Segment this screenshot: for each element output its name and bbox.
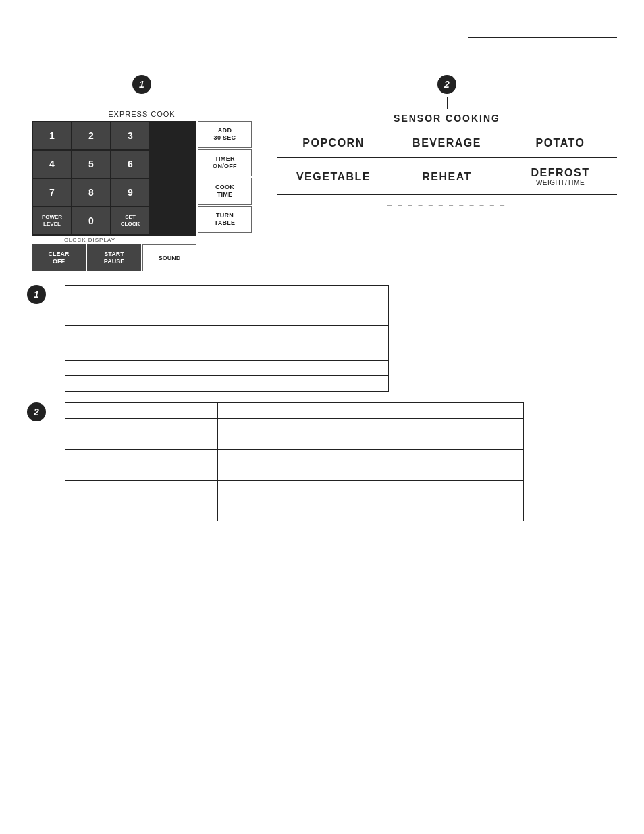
- table2-cell: [65, 481, 218, 496]
- table-row: [65, 326, 389, 361]
- badge-2: 2: [437, 75, 456, 94]
- table2-cell: [218, 450, 371, 465]
- express-cook-badge-area: 1: [27, 75, 257, 109]
- table2-cell: [218, 496, 371, 521]
- table2: [65, 402, 524, 521]
- table1-cell: [65, 361, 227, 376]
- popcorn-label: POPCORN: [302, 136, 364, 149]
- sensor-beverage[interactable]: BEVERAGE: [390, 128, 504, 158]
- clock-display-label: CLOCK DISPLAY: [32, 237, 148, 243]
- express-cook-label: EXPRESS COOK: [27, 110, 257, 118]
- table-row: [65, 301, 389, 326]
- defrost-label: DEFROST: [531, 166, 590, 179]
- table2-cell: [65, 419, 218, 434]
- table-row: [65, 376, 389, 392]
- table2-cell: [218, 403, 371, 419]
- sensor-vegetable[interactable]: VEGETABLE: [277, 158, 390, 195]
- key-timer-onoff[interactable]: TIMERON/OFF: [198, 149, 252, 176]
- badge-1: 1: [132, 75, 151, 94]
- table2-cell: [371, 465, 523, 481]
- vegetable-label: VEGETABLE: [296, 170, 371, 183]
- table1-cell: [65, 286, 227, 301]
- sensor-popcorn[interactable]: POPCORN: [277, 128, 390, 158]
- key-power-level[interactable]: POWERLEVEL: [33, 207, 71, 234]
- sensor-cooking-title: SENSOR COOKING: [277, 113, 617, 124]
- key-6[interactable]: 6: [111, 151, 149, 178]
- table-row: [65, 481, 524, 496]
- key-4[interactable]: 4: [33, 151, 71, 178]
- key-set-clock[interactable]: SETCLOCK: [111, 207, 149, 234]
- table1-badge: 1: [27, 285, 46, 304]
- key-add-30sec[interactable]: ADD30 SEC: [198, 121, 252, 148]
- bottom-keys-row: CLEAROFF STARTPAUSE SOUND: [32, 244, 196, 271]
- sensor-badge-arrow: [447, 97, 448, 109]
- sensor-potato[interactable]: POTATO: [504, 128, 617, 158]
- key-start-pause[interactable]: STARTPAUSE: [87, 244, 141, 271]
- top-right-line: [468, 37, 617, 38]
- key-9[interactable]: 9: [111, 179, 149, 206]
- table2-cell: [371, 496, 523, 521]
- table1-wrapper: [46, 285, 617, 392]
- table2-cell: [218, 434, 371, 450]
- key-5[interactable]: 5: [72, 151, 110, 178]
- table2-wrapper: [46, 402, 617, 521]
- table2-cell: [65, 434, 218, 450]
- beverage-label: BEVERAGE: [412, 136, 481, 149]
- key-cook-time[interactable]: COOKTIME: [198, 178, 252, 205]
- sensor-reheat[interactable]: REHEAT: [390, 158, 504, 195]
- key-2[interactable]: 2: [72, 122, 110, 149]
- keypad-section: 1 2 3 4 5 6 7 8 9 POWERLEVEL: [27, 121, 257, 271]
- page: 1 EXPRESS COOK 1 2 3 4: [0, 0, 644, 834]
- table1-cell: [65, 301, 227, 326]
- top-line: [27, 61, 617, 61]
- table2-cell: [65, 450, 218, 465]
- main-top: 1 EXPRESS COOK 1 2 3 4: [27, 68, 617, 271]
- key-0[interactable]: 0: [72, 207, 110, 234]
- sensor-grid: POPCORN BEVERAGE POTATO VEGETABLE REHEAT…: [277, 128, 617, 195]
- table2-cell: [371, 450, 523, 465]
- table2-cell: [65, 496, 218, 521]
- potato-label: POTATO: [536, 136, 585, 149]
- key-1[interactable]: 1: [33, 122, 71, 149]
- table1: [65, 285, 389, 392]
- table-row: [65, 450, 524, 465]
- sensor-defrost[interactable]: DEFROST WEIGHT/TIME: [504, 158, 617, 195]
- keypad-and-right: 1 2 3 4 5 6 7 8 9 POWERLEVEL: [32, 121, 252, 271]
- key-clear-off[interactable]: CLEAROFF: [32, 244, 86, 271]
- key-turn-table[interactable]: TURNTABLE: [198, 206, 252, 233]
- dashed-line: – – – – – – – – – – – –: [277, 201, 617, 209]
- table2-cell: [65, 403, 218, 419]
- table2-cell: [371, 403, 523, 419]
- table1-cell: [227, 376, 389, 392]
- table2-cell: [218, 465, 371, 481]
- table-row: [65, 434, 524, 450]
- key-3[interactable]: 3: [111, 122, 149, 149]
- table-row: [65, 496, 524, 521]
- table-section-2: 2: [27, 402, 617, 521]
- express-cook-panel: 1 EXPRESS COOK 1 2 3 4: [27, 68, 257, 271]
- table1-cell: [227, 361, 389, 376]
- table-row: [65, 361, 389, 376]
- table1-cell: [65, 376, 227, 392]
- defrost-sublabel: WEIGHT/TIME: [536, 179, 585, 186]
- reheat-label: REHEAT: [422, 170, 472, 183]
- table1-badge-row: 1: [27, 285, 617, 392]
- table2-cell: [218, 481, 371, 496]
- table2-cell: [65, 465, 218, 481]
- table2-cell: [371, 481, 523, 496]
- table1-cell: [65, 326, 227, 361]
- sensor-badge-area: 2: [277, 75, 617, 109]
- table2-cell: [371, 434, 523, 450]
- table2-cell: [218, 419, 371, 434]
- key-sound[interactable]: SOUND: [142, 244, 196, 271]
- sensor-header: 2 SENSOR COOKING: [277, 75, 617, 124]
- sensor-cooking-panel: 2 SENSOR COOKING POPCORN BEVERAGE POTATO: [257, 68, 617, 271]
- table1-cell: [227, 286, 389, 301]
- table-row: [65, 403, 524, 419]
- key-8[interactable]: 8: [72, 179, 110, 206]
- table2-badge-row: 2: [27, 402, 617, 521]
- table1-cell: [227, 326, 389, 361]
- table2-cell: [371, 419, 523, 434]
- key-7[interactable]: 7: [33, 179, 71, 206]
- right-keys: ADD30 SEC TIMERON/OFF COOKTIME TURNTABLE: [198, 121, 252, 271]
